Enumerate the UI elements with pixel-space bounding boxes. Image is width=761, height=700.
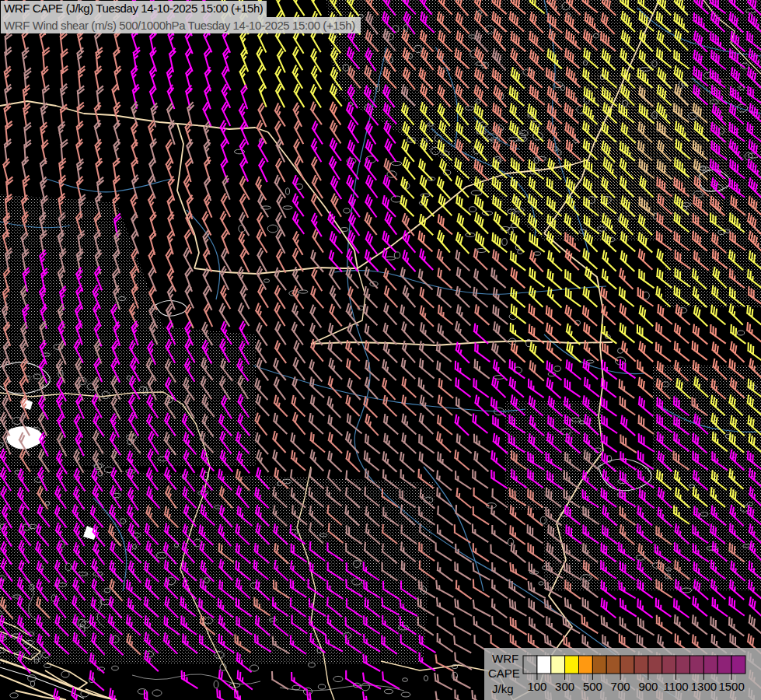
svg-text:300: 300 — [555, 680, 574, 693]
svg-text:700: 700 — [611, 680, 630, 693]
svg-text:1100: 1100 — [663, 680, 688, 693]
svg-text:WRF: WRF — [492, 652, 518, 665]
svg-text:500: 500 — [583, 680, 602, 693]
svg-text:WRF Wind shear (m/s) 500/1000h: WRF Wind shear (m/s) 500/1000hPa Tuesday… — [4, 19, 355, 32]
svg-text:J/kg: J/kg — [492, 682, 514, 695]
svg-text:1500: 1500 — [718, 680, 744, 693]
svg-text:WRF CAPE (J/kg) Tuesday 14-10-: WRF CAPE (J/kg) Tuesday 14-10-2025 15:00… — [4, 2, 264, 15]
svg-text:900: 900 — [638, 680, 658, 693]
svg-text:1300: 1300 — [691, 680, 717, 693]
svg-text:CAPE: CAPE — [488, 667, 520, 680]
svg-text:100: 100 — [527, 680, 546, 693]
